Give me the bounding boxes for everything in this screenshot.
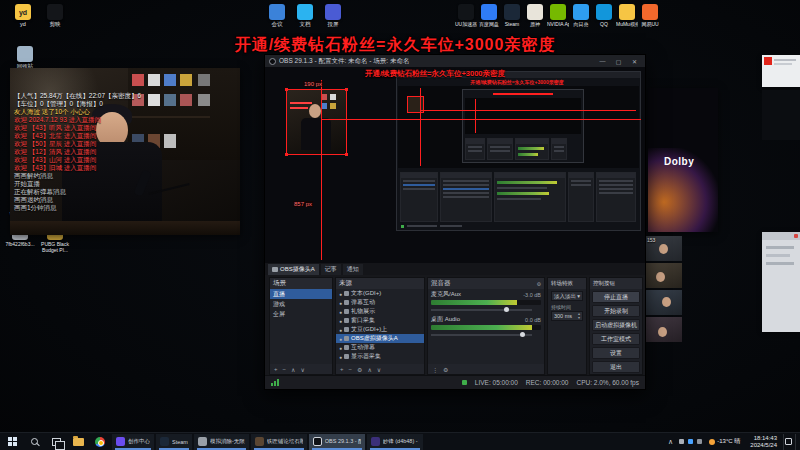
desktop-icon-yd[interactable]: yd yd <box>8 4 38 27</box>
desktop-icon-baidupan[interactable]: 百度网盘 <box>478 4 500 27</box>
desktop-icon-genshin[interactable]: 原神 <box>524 4 546 27</box>
partial-window-titlebar[interactable] <box>762 232 800 240</box>
partial-window-light[interactable] <box>762 55 800 87</box>
clock[interactable]: 18:14:43 2024/5/24 <box>746 435 781 449</box>
source-up-button[interactable]: ∧ <box>367 366 371 373</box>
source-row[interactable]: ●礼物展示 <box>336 307 424 316</box>
desktop-icon-jianying[interactable]: 剪映 <box>40 4 70 27</box>
visibility-icon[interactable]: ● <box>339 336 342 342</box>
remove-source-button[interactable]: − <box>349 366 353 372</box>
visibility-icon[interactable]: ● <box>339 327 342 333</box>
source-down-button[interactable]: ∨ <box>377 366 381 373</box>
video-thumbnail[interactable]: 153 <box>646 236 682 261</box>
scene-row[interactable]: 全屏 <box>270 309 332 319</box>
dock-tab-alerts[interactable]: 通知 <box>343 264 363 275</box>
maximize-button[interactable]: ▢ <box>612 56 625 66</box>
start-button[interactable] <box>2 434 22 450</box>
obs-preview-canvas[interactable]: 开通/续费钻石粉丝=永久车位+3000亲密度 190 px 857 px <box>265 67 645 263</box>
scene-row[interactable]: 游戏 <box>270 299 332 309</box>
weather-widget[interactable]: -13°C 晴 <box>705 437 744 446</box>
desktop-icon-mumu[interactable]: MuMu模拟器 <box>616 4 638 27</box>
obs-titlebar[interactable]: OBS 29.1.3 - 配置文件: 未命名 - 场景: 未命名 — ▢ ✕ <box>265 55 645 67</box>
volume-slider[interactable] <box>431 309 532 311</box>
scene-row[interactable]: 直播 <box>270 289 332 299</box>
desktop-icon-meeting[interactable]: 会议 <box>262 4 292 27</box>
video-thumbnail[interactable] <box>646 263 682 288</box>
transition-select[interactable]: 淡入淡出 ▾ <box>551 291 583 301</box>
visibility-icon[interactable]: ● <box>339 345 342 351</box>
mixer-settings-icon[interactable]: ⚙ <box>443 366 448 373</box>
tray-icon-3[interactable] <box>697 439 702 444</box>
preview-webcam-source[interactable] <box>286 89 347 155</box>
browser-button[interactable] <box>90 434 110 450</box>
desktop-icon-cast[interactable]: 投屏 <box>318 4 348 27</box>
desktop-icon-steam[interactable]: Steam <box>501 4 523 27</box>
source-row[interactable]: ●显示器采集 <box>336 352 424 361</box>
add-scene-button[interactable]: + <box>274 366 278 372</box>
tray-expand-icon[interactable]: ∧ <box>665 438 676 446</box>
desktop-icon-sunflower[interactable]: 向日葵 <box>570 4 592 27</box>
taskbar-app-creator-center[interactable]: 创作中心 <box>112 434 154 450</box>
visibility-icon[interactable]: ● <box>339 300 342 306</box>
visibility-icon[interactable]: ● <box>339 291 342 297</box>
scene-down-button[interactable]: ∨ <box>300 366 304 373</box>
settings-button[interactable]: 设置 <box>592 347 640 359</box>
tray-icon-2[interactable] <box>688 439 693 444</box>
spin-down-icon[interactable]: ▾ <box>578 316 580 320</box>
mixer-options-icon[interactable]: ⋮ <box>432 366 438 373</box>
source-row-selected[interactable]: ●OBS虚拟摄像头A <box>336 334 424 343</box>
minimize-button[interactable]: — <box>596 56 609 66</box>
taskbar-app-premiere[interactable]: 妙锋 (d4b48) - Pr... <box>367 434 423 450</box>
studio-mode-button[interactable]: 工作室模式 <box>592 333 640 345</box>
taskbar-app-steam[interactable]: Steam <box>156 434 192 450</box>
visibility-icon[interactable]: ● <box>339 309 342 315</box>
source-properties-button[interactable]: ⚙ <box>357 366 362 373</box>
source-row[interactable]: ●互动弹幕 <box>336 343 424 352</box>
desktop-icon-recycle-bin[interactable]: 回收站 <box>10 46 40 69</box>
source-row[interactable]: ●窗口采集 <box>336 316 424 325</box>
visibility-icon[interactable]: ● <box>339 318 342 324</box>
taskbar-app-forum[interactable]: 铁匠铺论坛石雕联盟即... <box>251 434 307 450</box>
video-thumbnail[interactable] <box>646 290 682 315</box>
tray-icon-1[interactable] <box>679 439 684 444</box>
desktop-icon-wangyi-uu[interactable]: 网易UU <box>639 4 661 27</box>
selection-handle[interactable] <box>345 153 348 156</box>
scene-up-button[interactable]: ∧ <box>291 366 295 373</box>
visibility-icon[interactable]: ● <box>339 354 342 360</box>
dock-tab-notes[interactable]: 记事 <box>321 264 341 275</box>
taskbar-app-game[interactable]: 模拟消除-无限 <box>194 434 249 450</box>
search-button[interactable] <box>24 434 44 450</box>
close-icon[interactable] <box>794 234 798 238</box>
volume-slider[interactable] <box>431 334 532 336</box>
volume-knob[interactable] <box>504 307 509 312</box>
add-source-button[interactable]: + <box>340 366 344 372</box>
selection-handle[interactable] <box>285 153 288 156</box>
virtual-cam-button[interactable]: 启动虚拟摄像机 <box>592 319 640 331</box>
desktop-icon-qq[interactable]: QQ <box>593 4 615 27</box>
start-record-button[interactable]: 开始录制 <box>592 305 640 317</box>
source-row[interactable]: ●弹幕互动 <box>336 298 424 307</box>
volume-knob[interactable] <box>520 332 525 337</box>
video-thumbnail[interactable] <box>646 317 682 342</box>
partial-window-dark[interactable] <box>762 90 800 140</box>
duration-spinner[interactable]: 300 ms ▴▾ <box>551 311 583 321</box>
close-button[interactable]: ✕ <box>628 56 641 66</box>
file-explorer-button[interactable] <box>68 434 88 450</box>
desktop-icon-uu[interactable]: UU加速器 <box>455 4 477 27</box>
desktop-icon-nvidia[interactable]: NVIDIA App <box>547 4 569 27</box>
dock-tab-camera[interactable]: OBS摄像头A <box>268 264 319 275</box>
exit-button[interactable]: 退出 <box>592 361 640 373</box>
task-view-button[interactable] <box>46 434 66 450</box>
source-row[interactable]: ●艾豆(GDI+)上 <box>336 325 424 334</box>
dolby-video-window[interactable]: Dolby <box>648 88 718 232</box>
source-row[interactable]: ●文本(GDI+) <box>336 289 424 298</box>
taskbar-app-obs[interactable]: OBS 29.1.3 - 配置... <box>309 434 365 450</box>
selection-handle[interactable] <box>285 88 288 91</box>
desktop-icon-docs[interactable]: 文档 <box>290 4 320 27</box>
stop-stream-button[interactable]: 停止直播 <box>592 291 640 303</box>
action-center-button[interactable] <box>783 434 793 450</box>
show-desktop-button[interactable] <box>795 434 798 450</box>
partial-window-gray[interactable] <box>762 232 800 332</box>
mixer-gear-icon[interactable]: ⚙ <box>537 281 541 287</box>
selection-handle[interactable] <box>345 88 348 91</box>
